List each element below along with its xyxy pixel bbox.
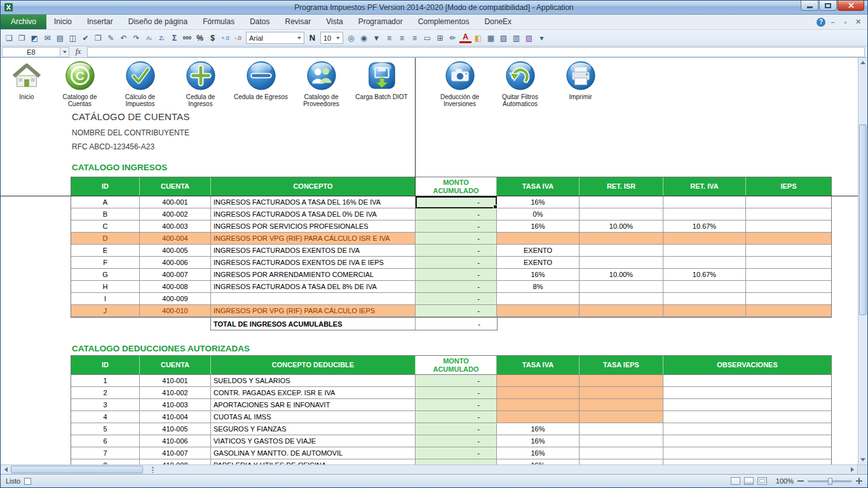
cell-7-id[interactable]: 7 [71,447,140,459]
cell-6-tasa_ieps[interactable] [580,435,663,447]
cell-3-monto[interactable]: - [416,399,497,411]
decrease-decimal-button[interactable]: -.0 [232,32,244,44]
cell-7-observaciones[interactable] [663,447,831,459]
cell-E-id[interactable]: E [71,245,140,257]
cell-7-tasa_ieps[interactable] [580,447,663,459]
cell-F-id[interactable]: F [71,257,140,269]
cell-C-concepto[interactable]: INGRESOS POR SERVICIOS PROFESIONALES [211,220,416,233]
align-right-button[interactable]: ≡ [409,32,421,44]
cell-C-tasa_iva[interactable]: 16% [497,220,580,233]
cell-B-monto[interactable]: - [416,208,497,220]
titlebar[interactable]: Programa Impuestos PF Version 2014-2020 … [1,1,867,15]
cell-A-concepto[interactable]: INGRESOS FACTURADOS A TASA DEL 16% DE IV… [211,196,416,208]
cell-J-ieps[interactable] [746,305,831,317]
cell-D-id[interactable]: D [71,233,140,245]
filter-icon[interactable]: ▼ [370,32,383,44]
cell-A-ieps[interactable] [746,196,831,208]
cell-4-monto[interactable]: - [416,411,497,423]
fx-icon[interactable]: fx [69,47,87,57]
cell-G-concepto[interactable]: INGRESOS POR ARRENDAMIENTO COMERCIAL [211,269,416,281]
pane-split-grip[interactable] [152,467,154,473]
cell-7-monto[interactable]: - [416,447,497,459]
minimize-button[interactable] [801,1,818,11]
vertical-scroll-thumb[interactable] [859,125,867,315]
cell-I-ret_isr[interactable] [580,293,663,305]
cell-C-ret_isr[interactable]: 10.00% [580,220,663,233]
cell-2-id[interactable]: 2 [71,387,140,399]
cell-5-monto[interactable]: - [416,423,497,435]
cell-I-tasa_iva[interactable] [497,293,580,305]
cell-F-ieps[interactable] [746,257,831,269]
cell-2-tasa_ieps[interactable] [580,387,663,399]
cell-A-id[interactable]: A [71,196,140,208]
cell-E-concepto[interactable]: INGRESOS FACTURADOS EXENTOS DE IVA [211,245,416,257]
scroll-left-icon[interactable] [1,465,11,474]
undo-icon[interactable]: ↶ [118,32,130,44]
currency-style-button[interactable]: $ [207,32,219,44]
cell-F-cuenta[interactable]: 400-006 [140,257,211,269]
zoom-out-button[interactable] [797,480,804,482]
cell-B-ret_iva[interactable] [663,208,746,220]
thousand-separator-button[interactable]: 000 [181,32,193,44]
chart-icon[interactable]: ▨ [523,32,535,44]
cell-G-ret_isr[interactable]: 10.00% [580,269,663,281]
cell-G-id[interactable]: G [71,269,140,281]
cell-A-ret_isr[interactable] [580,196,663,208]
cell-F-monto[interactable]: - [416,257,497,269]
align-center-button[interactable]: ≡ [396,32,408,44]
nav-button-deduccion-de-inversiones[interactable]: Deducción de Inversiones [430,60,490,107]
cell-6-id[interactable]: 6 [71,435,140,447]
cell-I-ret_iva[interactable] [663,293,746,305]
cell-F-ret_iva[interactable] [663,257,746,269]
cell-E-ret_iva[interactable] [663,245,746,257]
cell-F-tasa_iva[interactable]: EXENTO [497,257,580,269]
cell-7-concepto[interactable]: GASOLINA Y MANTTO. DE AUTOMOVIL [211,447,416,459]
sort-asc-icon[interactable]: A↓ [143,32,155,44]
workbook-minimize-icon[interactable]: − [827,17,838,27]
cell-B-ieps[interactable] [746,208,831,220]
zoom-icon[interactable]: ◎ [345,32,357,44]
cell-A-tasa_iva[interactable]: 16% [497,196,580,208]
zoom-slider[interactable] [808,480,852,482]
cell-1-cuenta[interactable]: 410-001 [140,375,211,387]
cell-G-cuenta[interactable]: 400-007 [140,269,211,281]
menu-tab-programador[interactable]: Programador [351,15,410,29]
cell-4-concepto[interactable]: CUOTAS AL IMSS [211,411,416,423]
cell-D-tasa_iva[interactable] [497,233,580,245]
close-button[interactable] [837,1,864,11]
cell-A-cuenta[interactable]: 400-001 [140,196,211,208]
cell-J-monto[interactable]: - [416,305,497,317]
vertical-scrollbar[interactable] [858,58,867,464]
nav-button-quitar-filtros-automaticos[interactable]: Quitar Filtros Automaticos [490,60,550,107]
cell-6-monto[interactable]: - [416,435,497,447]
cell-C-id[interactable]: C [71,220,140,233]
menu-tab-revisar[interactable]: Revisar [278,15,319,29]
font-name-select[interactable]: Arial [246,32,304,44]
mail-icon[interactable]: ✉ [41,32,53,44]
cell-1-observaciones[interactable] [663,375,831,387]
total-ingresos-value[interactable]: - [416,318,497,330]
cell-H-tasa_iva[interactable]: 8% [497,281,580,293]
cell-8-id[interactable]: 8 [71,459,140,464]
cell-I-concepto[interactable] [211,293,416,305]
cell-D-monto[interactable]: - [416,233,497,245]
nav-button-inicio[interactable]: Inicio [4,60,50,100]
scroll-right-icon[interactable] [847,465,857,474]
cell-H-ret_isr[interactable] [580,281,663,293]
view-normal-icon[interactable] [731,477,740,485]
cell-I-monto[interactable]: - [416,293,497,305]
cell-D-ret_iva[interactable] [663,233,746,245]
nav-button-carga-batch-diot[interactable]: Carga Batch DIOT [351,60,412,100]
cell-H-monto[interactable]: - [416,281,497,293]
font-size-select[interactable]: 10 [320,32,343,44]
cell-2-tasa_iva[interactable] [497,387,580,399]
nav-button-catalogo-de-proveedores[interactable]: Catalogo de Proveedores [291,60,351,107]
spellcheck-icon[interactable]: ✔ [79,32,92,44]
open-icon[interactable]: ❒ [16,32,28,44]
cell-H-id[interactable]: H [71,281,140,293]
menu-tab-inicio[interactable]: Inicio [46,15,79,29]
scroll-down-icon[interactable] [858,455,867,464]
zoom-in-button[interactable] [856,478,862,484]
cell-G-ret_iva[interactable]: 10.67% [663,269,746,281]
horizontal-scroll-thumb[interactable] [11,466,143,473]
